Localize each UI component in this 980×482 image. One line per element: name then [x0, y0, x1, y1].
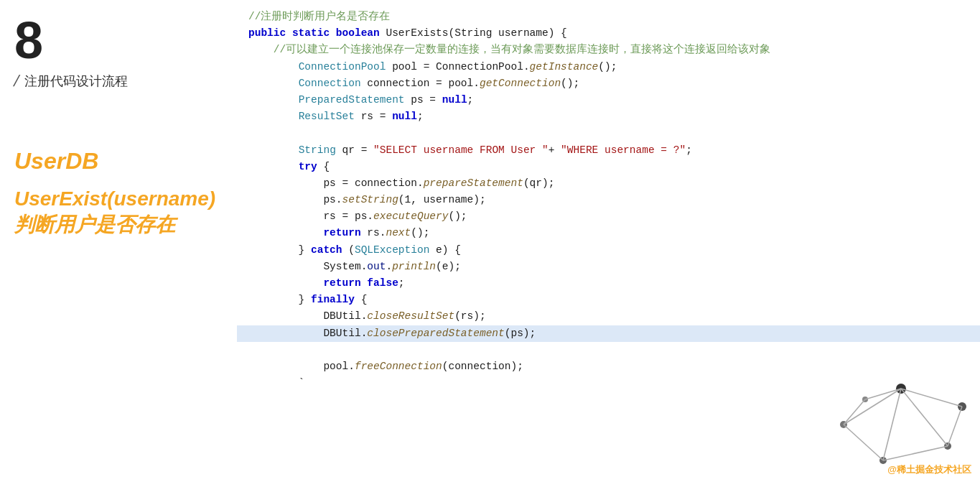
- watermark-brand: @稀土掘金技术社区: [887, 464, 971, 475]
- highlighted-line: DBUtil.closePreparedStatement(ps);: [237, 325, 980, 342]
- svg-line-13: [844, 399, 865, 425]
- left-panel: 8 / 注册代码设计流程 UserDB UserExist(username) …: [0, 0, 230, 482]
- comment1: //注册时判断用户名是否存在: [248, 11, 390, 22]
- watermark: @稀土掘金技术社区: [887, 463, 971, 476]
- comment2: //可以建立一个连接池保存一定数量的连接，当有对象需要数据库连接时，直接将这个连…: [248, 44, 770, 55]
- svg-line-7: [901, 389, 948, 446]
- svg-line-10: [883, 446, 948, 460]
- code-block: //注册时判断用户名是否存在 public static boolean Use…: [248, 9, 969, 391]
- db-label: UserDB: [14, 148, 215, 175]
- slide-title: 注册代码设计流程: [24, 73, 128, 90]
- method-label-line1: UserExist(username): [14, 186, 215, 212]
- method-label-line2: 判断用户是否存在: [14, 212, 215, 238]
- svg-line-8: [948, 407, 962, 446]
- slide-number: 8: [14, 14, 215, 66]
- svg-line-9: [883, 389, 901, 460]
- svg-line-6: [901, 389, 962, 407]
- svg-line-12: [844, 425, 883, 460]
- method-label: UserExist(username) 判断用户是否存在: [14, 186, 215, 238]
- svg-line-11: [844, 389, 901, 425]
- svg-line-14: [865, 389, 901, 399]
- slash-icon: /: [12, 72, 22, 91]
- slash-title: / 注册代码设计流程: [14, 72, 215, 91]
